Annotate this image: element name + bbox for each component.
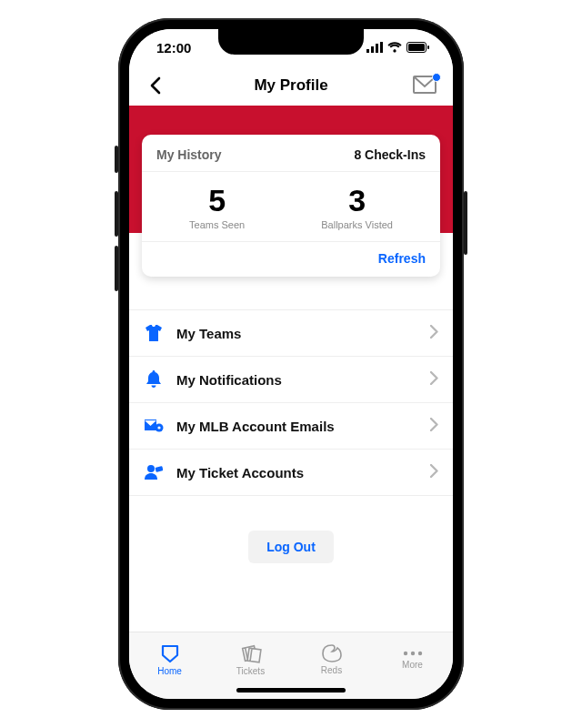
battery-icon [406,42,429,53]
home-indicator [236,688,346,693]
chevron-right-icon [430,325,438,342]
tab-label: Reds [321,665,342,675]
ticket-person-icon [144,462,164,482]
menu-label: My MLB Account Emails [176,419,417,434]
svg-point-10 [147,465,155,472]
menu-label: My Teams [176,326,417,341]
home-plate-icon [160,643,180,663]
svg-rect-1 [371,46,374,53]
inbox-button[interactable] [413,76,438,96]
tab-label: Home [157,666,182,676]
svg-rect-2 [376,44,378,53]
page-title: My Profile [254,76,327,95]
menu-item-ticket-accounts[interactable]: My Ticket Accounts [129,450,453,496]
tab-home[interactable]: Home [129,632,210,686]
jersey-icon [144,323,164,343]
tab-more[interactable]: More [372,632,453,686]
notch [218,29,364,55]
cellular-icon [366,42,383,53]
svg-point-14 [417,651,421,654]
tab-tickets[interactable]: Tickets [210,632,291,686]
tab-label: More [402,660,423,670]
tickets-icon [240,643,262,663]
history-refresh[interactable]: Refresh [142,242,440,275]
menu-list: My Teams My Notifications [129,309,453,496]
checkins-count: 8 [354,147,361,162]
svg-point-12 [403,651,406,654]
back-button[interactable] [142,72,169,99]
chevron-right-icon [430,371,438,389]
ballparks-value: 3 [321,185,393,216]
svg-point-9 [157,426,160,429]
stat-teams-seen: 5 Teams Seen [189,185,245,230]
wifi-icon [387,42,402,53]
chevron-left-icon [149,76,162,95]
svg-rect-3 [380,42,383,53]
menu-label: My Notifications [176,372,417,388]
chevron-right-icon [430,464,438,481]
tab-label: Tickets [236,666,265,676]
checkins-label: Check-Ins [365,147,426,162]
content: My History 8 Check-Ins 5 Teams Seen 3 Ba… [129,106,453,632]
menu-item-my-notifications[interactable]: My Notifications [129,357,453,403]
teams-seen-value: 5 [189,185,245,216]
phone-frame: 12:00 My Profile My History [118,18,464,710]
checkins-summary: 8 Check-Ins [354,147,426,162]
screen: 12:00 My Profile My History [129,29,453,699]
history-card-header: My History 8 Check-Ins [142,147,440,172]
reds-logo-icon [321,644,343,662]
svg-point-13 [410,651,414,654]
svg-rect-6 [427,46,429,49]
svg-rect-5 [408,44,425,51]
history-card: My History 8 Check-Ins 5 Teams Seen 3 Ba… [142,135,440,277]
stat-ballparks: 3 Ballparks Visted [321,185,393,230]
status-time: 12:00 [156,40,191,56]
more-icon [402,650,424,657]
teams-seen-label: Teams Seen [189,219,245,230]
bell-icon [144,369,164,389]
svg-rect-0 [366,49,369,53]
logout-button[interactable]: Log Out [248,531,334,563]
history-card-title: My History [156,147,222,162]
svg-rect-11 [155,466,163,472]
menu-label: My Ticket Accounts [176,465,417,480]
menu-item-my-teams[interactable]: My Teams [129,310,453,357]
envelope-settings-icon [144,416,164,436]
ballparks-label: Ballparks Visted [321,219,393,230]
menu-item-mlb-account-emails[interactable]: My MLB Account Emails [129,403,453,450]
unread-badge [432,73,441,82]
status-right [366,42,429,53]
history-stats: 5 Teams Seen 3 Ballparks Visted [142,172,440,242]
tab-reds[interactable]: Reds [291,632,372,686]
chevron-right-icon [430,418,438,435]
nav-header: My Profile [129,66,453,106]
